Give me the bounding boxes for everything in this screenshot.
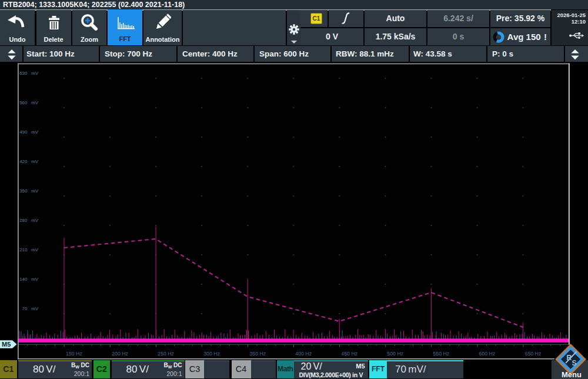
svg-text:550 Hz: 550 Hz [433,351,449,357]
svg-text:350 Hz: 350 Hz [249,351,266,357]
svg-text:R: R [567,354,572,362]
svg-text:150 Hz: 150 Hz [66,351,82,357]
svg-text:mV: mV [31,247,39,252]
svg-text:140: 140 [19,277,28,282]
svg-text:280: 280 [19,218,28,223]
svg-text:420: 420 [19,159,28,164]
svg-text:mV: mV [31,277,39,282]
svg-text:mV: mV [31,159,39,164]
svg-text:70: 70 [22,306,28,311]
svg-text:650 Hz: 650 Hz [525,351,542,357]
svg-text:M5: M5 [2,341,11,348]
svg-text:200 Hz: 200 Hz [112,351,128,357]
svg-text:210: 210 [19,247,28,252]
svg-text:350: 350 [19,188,28,194]
svg-text:500 Hz: 500 Hz [387,351,403,357]
svg-text:600 Hz: 600 Hz [479,351,495,357]
svg-text:630: 630 [19,71,28,76]
svg-text:S: S [572,359,577,367]
svg-text:mV: mV [31,71,39,76]
svg-text:490: 490 [19,129,28,135]
svg-text:250 Hz: 250 Hz [158,351,174,357]
svg-text:300 Hz: 300 Hz [203,351,220,357]
svg-text:mV: mV [31,129,39,135]
svg-text:mV: mV [31,100,39,105]
svg-text:560: 560 [19,100,28,105]
svg-text:mV: mV [31,188,39,194]
svg-text:450 Hz: 450 Hz [341,351,358,357]
svg-text:mV: mV [31,218,39,223]
svg-text:400 Hz: 400 Hz [295,351,312,357]
svg-text:mV: mV [31,306,39,311]
